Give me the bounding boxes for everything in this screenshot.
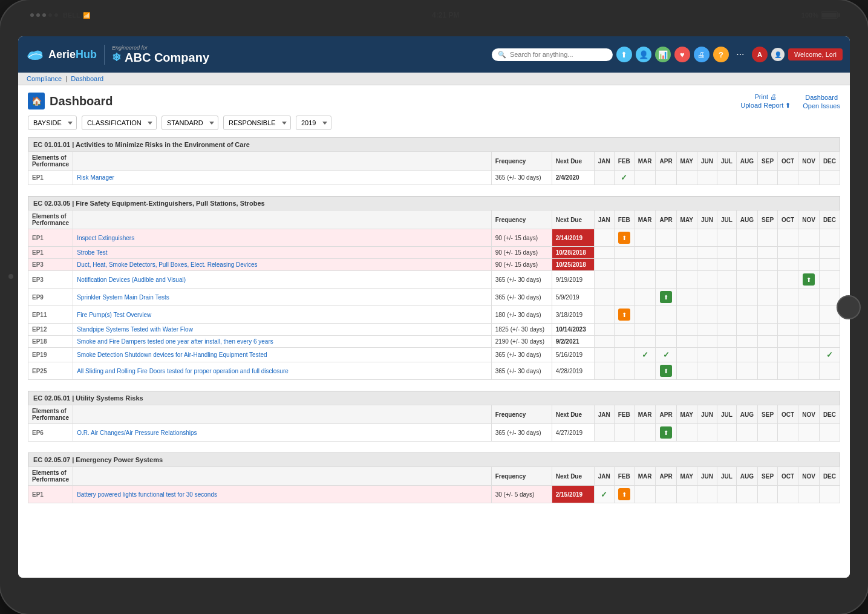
row-description[interactable]: Risk Manager xyxy=(73,171,492,185)
col-month-jan: JAN xyxy=(594,152,614,171)
welcome-button[interactable]: Welcome, Lori xyxy=(788,48,843,60)
calendar-cell xyxy=(594,348,614,362)
dashboard-link[interactable]: Dashboard xyxy=(805,94,838,101)
calendar-cell xyxy=(717,171,736,185)
calendar-upload-orange[interactable]: ⬆ xyxy=(618,232,630,244)
col-month-sep: SEP xyxy=(758,211,778,229)
row-next-due: 4/28/2019 xyxy=(552,362,594,380)
calendar-cell xyxy=(798,259,820,271)
row-next-due: 5/9/2019 xyxy=(552,289,594,306)
table-row: EP11 Fire Pump(s) Test Overview 180 (+/-… xyxy=(28,306,840,324)
calendar-cell xyxy=(697,171,717,185)
calendar-cell xyxy=(819,247,840,259)
col-month-jan: JAN xyxy=(594,467,614,486)
col-month-jan: JAN xyxy=(594,405,614,424)
calendar-upload-orange[interactable]: ⬆ xyxy=(618,309,630,321)
row-description[interactable]: Inspect Extinguishers xyxy=(73,229,492,247)
wifi-icon: 📶 xyxy=(83,12,90,19)
calendar-cell xyxy=(656,271,676,289)
row-frequency: 365 (+/- 30 days) xyxy=(491,289,552,306)
calendar-cell xyxy=(656,247,676,259)
row-frequency: 90 (+/- 15 days) xyxy=(491,247,552,259)
col-month-aug: AUG xyxy=(736,467,757,486)
ep-label: EP19 xyxy=(28,348,73,362)
row-frequency: 30 (+/- 5 days) xyxy=(491,486,552,503)
row-description[interactable]: Strobe Test xyxy=(73,247,492,259)
calendar-cell xyxy=(697,324,717,336)
calendar-cell: ✓ xyxy=(594,486,614,503)
print-icon-btn[interactable]: 🖨 xyxy=(694,47,710,62)
search-box[interactable]: 🔍 xyxy=(492,48,613,61)
row-description[interactable]: Standpipe Systems Tested with Water Flow xyxy=(73,324,492,336)
user-icon-btn[interactable]: 👤 xyxy=(636,47,651,62)
calendar-upload-green[interactable]: ⬆ xyxy=(803,273,815,286)
search-input[interactable] xyxy=(510,51,607,58)
calendar-cell xyxy=(697,229,717,247)
calendar-cell xyxy=(736,171,757,185)
calendar-cell: ⬆ xyxy=(614,229,634,247)
row-description[interactable]: Sprinkler System Main Drain Tests xyxy=(73,289,492,306)
home-button[interactable] xyxy=(837,295,861,319)
search-icon: 🔍 xyxy=(498,51,506,59)
calendar-cell xyxy=(736,247,757,259)
row-description[interactable]: Notification Devices (Audible and Visual… xyxy=(73,271,492,289)
row-description[interactable]: O.R. Air Changes/Air Pressure Relationsh… xyxy=(73,424,492,442)
col-month-jul: JUL xyxy=(717,211,736,229)
row-description[interactable]: Battery powered lights functional test f… xyxy=(73,486,492,503)
calendar-cell xyxy=(819,171,840,185)
heart-icon-btn[interactable]: ♥ xyxy=(674,47,690,62)
row-description[interactable]: Smoke Detection Shutdown devices for Air… xyxy=(73,348,492,362)
col-ep: Elements of Performance xyxy=(28,211,73,229)
row-description[interactable]: Duct, Heat, Smoke Detectors, Pull Boxes,… xyxy=(73,259,492,271)
responsible-filter[interactable]: RESPONSIBLE xyxy=(223,116,291,130)
calendar-upload-green[interactable]: ⬆ xyxy=(660,365,672,377)
calendar-cell xyxy=(594,247,614,259)
upload-report-link[interactable]: Upload Report ⬆ xyxy=(740,102,791,109)
table-row: EP6 O.R. Air Changes/Air Pressure Relati… xyxy=(28,424,840,442)
col-month-apr: APR xyxy=(656,405,676,424)
row-frequency: 180 (+/- 30 days) xyxy=(491,306,552,324)
calendar-cell xyxy=(697,306,717,324)
row-next-due: 2/14/2019 xyxy=(552,229,594,247)
open-issues-link[interactable]: Open Issues xyxy=(803,102,840,109)
col-month-may: MAY xyxy=(676,152,697,171)
col-due: Next Due xyxy=(552,152,594,171)
ipad-frame: BELL 📶 4:21 PM 100% AerieHub Engin xyxy=(0,0,868,614)
row-description[interactable]: Fire Pump(s) Test Overview xyxy=(73,306,492,324)
calendar-upload-green[interactable]: ⬆ xyxy=(660,426,672,439)
table-row: EP1 Risk Manager 365 (+/- 30 days) 2/4/2… xyxy=(28,171,840,185)
col-month-nov: NOV xyxy=(798,211,820,229)
calendar-cell xyxy=(697,424,717,442)
classification-filter[interactable]: CLASSIFICATION xyxy=(82,116,157,130)
calendar-cell xyxy=(736,486,757,503)
help-icon-btn[interactable]: ? xyxy=(713,47,729,62)
breadcrumb: Compliance | Dashboard xyxy=(18,73,850,85)
col-month-dec: DEC xyxy=(819,405,840,424)
row-description[interactable]: Smoke and Fire Dampers tested one year a… xyxy=(73,336,492,348)
col-month-jan: JAN xyxy=(594,211,614,229)
row-description[interactable]: All Sliding and Rolling Fire Doors teste… xyxy=(73,362,492,380)
print-link[interactable]: Print 🖨 xyxy=(754,93,777,100)
calendar-cell xyxy=(717,259,736,271)
row-next-due: 10/28/2018 xyxy=(552,247,594,259)
col-month-jul: JUL xyxy=(717,405,736,424)
calendar-cell xyxy=(778,362,798,380)
calendar-cell xyxy=(614,336,634,348)
app-icon-btn[interactable]: A xyxy=(752,47,768,62)
col-month-jul: JUL xyxy=(717,152,736,171)
section-header: EC 02.05.07 | Emergency Power Systems xyxy=(28,452,840,466)
calendar-cell xyxy=(594,362,614,380)
col-due: Next Due xyxy=(552,405,594,424)
chart-icon-btn[interactable]: 📊 xyxy=(655,47,671,62)
col-month-aug: AUG xyxy=(736,152,757,171)
home-icon: 🏠 xyxy=(28,93,45,109)
calendar-upload-green[interactable]: ⬆ xyxy=(660,291,672,303)
col-month-oct: OCT xyxy=(778,405,798,424)
standard-filter[interactable]: STANDARD xyxy=(162,116,218,130)
year-filter[interactable]: 2019 xyxy=(296,116,331,130)
upload-icon-btn[interactable]: ⬆ xyxy=(616,47,632,62)
calendar-upload-orange[interactable]: ⬆ xyxy=(618,488,630,500)
snowflake-icon: ❄ xyxy=(112,51,121,64)
more-icon-btn[interactable]: ··· xyxy=(733,47,748,62)
location-filter[interactable]: BAYSIDE xyxy=(28,116,77,130)
